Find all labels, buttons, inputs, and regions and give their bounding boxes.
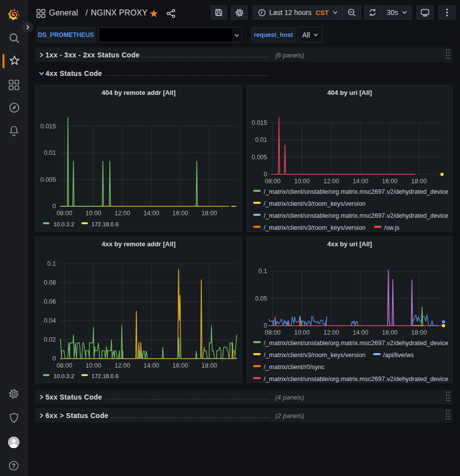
svg-text:172.18.0.6: 172.18.0.6	[91, 221, 118, 227]
svg-text:/sw.js: /sw.js	[384, 224, 400, 231]
svg-text:16:00: 16:00	[382, 329, 398, 336]
svg-text:10:00: 10:00	[85, 210, 101, 217]
svg-text:16:00: 16:00	[382, 178, 398, 185]
svg-text:0.04: 0.04	[44, 317, 56, 324]
svg-text:12:00: 12:00	[324, 178, 339, 185]
svg-text:0.005: 0.005	[40, 176, 56, 183]
svg-text:0.1: 0.1	[259, 268, 267, 275]
svg-text:14:00: 14:00	[143, 362, 159, 369]
svg-text:/_matrix/client/r0/sync: /_matrix/client/r0/sync	[264, 364, 325, 371]
svg-text:0: 0	[264, 322, 267, 329]
svg-text:/_matrix/client/unstable/org.m: /_matrix/client/unstable/org.matrix.msc2…	[264, 340, 449, 347]
svg-text:16:00: 16:00	[172, 210, 188, 217]
svg-text:10:00: 10:00	[85, 362, 101, 369]
svg-text:12:00: 12:00	[114, 362, 130, 369]
svg-text:16:00: 16:00	[172, 362, 188, 369]
svg-text:0.02: 0.02	[44, 336, 56, 343]
svg-text:10.0.3.2: 10.0.3.2	[53, 221, 74, 227]
svg-text:14:00: 14:00	[143, 210, 159, 217]
svg-text:0: 0	[52, 203, 56, 210]
svg-text:/_matrix/client/unstable/org.m: /_matrix/client/unstable/org.matrix.msc2…	[264, 188, 449, 195]
svg-text:0.01: 0.01	[44, 149, 56, 156]
svg-text:/api/live/ws: /api/live/ws	[383, 352, 414, 359]
svg-text:?: ?	[12, 463, 15, 470]
svg-text:/_matrix/client/unstable/org.m: /_matrix/client/unstable/org.matrix.msc2…	[264, 376, 449, 383]
svg-text:/_matrix/client/v3/room_keys/v: /_matrix/client/v3/room_keys/version	[264, 352, 366, 359]
svg-text:08:00: 08:00	[56, 362, 72, 369]
svg-text:172.18.0.6: 172.18.0.6	[91, 373, 118, 379]
svg-text:18:00: 18:00	[201, 210, 217, 217]
svg-text:12:00: 12:00	[114, 210, 130, 217]
svg-text:08:00: 08:00	[265, 178, 280, 185]
svg-text:0: 0	[52, 355, 56, 362]
svg-text:0.015: 0.015	[252, 119, 267, 126]
svg-text:08:00: 08:00	[56, 210, 72, 217]
svg-text:14:00: 14:00	[353, 329, 368, 336]
svg-text:0.01: 0.01	[255, 136, 267, 143]
svg-text:0.015: 0.015	[40, 123, 56, 130]
svg-text:14:00: 14:00	[353, 178, 368, 185]
svg-text:10:00: 10:00	[294, 178, 310, 185]
svg-text:0.1: 0.1	[47, 260, 56, 267]
svg-text:0.005: 0.005	[252, 154, 267, 161]
svg-text:0.05: 0.05	[255, 295, 267, 302]
svg-text:0.06: 0.06	[44, 298, 56, 305]
svg-text:12:00: 12:00	[324, 329, 339, 336]
svg-text:10:00: 10:00	[294, 329, 310, 336]
svg-text:/_matrix/client/unstable/org.m: /_matrix/client/unstable/org.matrix.msc2…	[264, 212, 449, 219]
svg-text:08:00: 08:00	[265, 329, 280, 336]
svg-text:18:00: 18:00	[201, 362, 217, 369]
svg-text:10.0.3.2: 10.0.3.2	[53, 373, 74, 379]
svg-text:0.08: 0.08	[44, 279, 56, 286]
svg-text:/_matrix/client/v3/room_keys/v: /_matrix/client/v3/room_keys/version	[264, 224, 366, 231]
svg-text:/_matrix/client/v3/room_keys/v: /_matrix/client/v3/room_keys/version	[264, 200, 366, 207]
svg-text:18:00: 18:00	[411, 178, 427, 185]
svg-text:0: 0	[264, 171, 267, 178]
svg-text:18:00: 18:00	[411, 329, 427, 336]
